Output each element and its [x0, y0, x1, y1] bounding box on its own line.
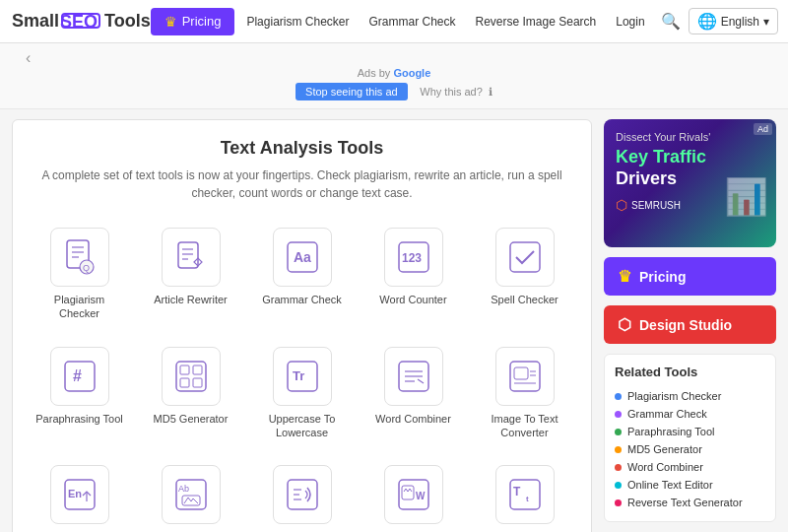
related-item-text-editor[interactable]: Online Text Editor: [615, 476, 765, 494]
crown-icon: ♛: [164, 14, 177, 30]
design-studio-icon: ⬡: [618, 315, 631, 334]
related-item-paraphrasing[interactable]: Paraphrasing Tool: [615, 423, 765, 440]
tool-small-text[interactable]: Tt Small Text Generator: [474, 457, 575, 532]
sidebar: Ad Dissect Your Rivals' Key Traffic Driv…: [604, 119, 776, 532]
related-dot-word-combiner: [615, 464, 622, 471]
related-grammar-label: Grammar Check: [627, 408, 707, 420]
text-to-image-icon: Ab: [162, 465, 221, 524]
language-selector[interactable]: 🌐 English ▾: [689, 8, 778, 34]
logo-seo: SEO: [59, 10, 104, 33]
text-to-speech-icon: [273, 465, 332, 524]
tool-image-to-text[interactable]: Image To Text Converter: [474, 339, 575, 448]
svg-text:Aa: Aa: [294, 249, 311, 265]
related-dot-text-editor: [615, 482, 622, 489]
tool-spell-checker[interactable]: Spell Checker: [474, 220, 575, 329]
svg-text:#: #: [73, 367, 82, 384]
nav-grammar-link[interactable]: Grammar Check: [361, 15, 464, 29]
svg-text:T: T: [513, 485, 521, 499]
translate-icon: En: [50, 465, 109, 524]
spell-checker-label: Spell Checker: [491, 293, 558, 306]
related-plagiarism-label: Plagiarism Checker: [627, 390, 721, 402]
tool-word-counter[interactable]: 123 Word Counter: [362, 220, 464, 329]
related-tools: Related Tools Plagiarism Checker Grammar…: [604, 354, 776, 522]
page-title: Text Analysis Tools: [29, 138, 575, 159]
logo-small: Small: [12, 11, 59, 32]
word-combiner-label: Word Combiner: [375, 412, 451, 426]
svg-rect-16: [510, 242, 540, 272]
ad-sub-text: Drivers: [616, 168, 677, 188]
ads-actions: Stop seeing this ad Why this ad? ℹ: [0, 83, 788, 100]
svg-rect-41: [182, 496, 200, 505]
sidebar-pricing-button[interactable]: ♛ Pricing: [604, 257, 776, 296]
search-icon-button[interactable]: 🔍: [657, 8, 685, 34]
svg-text:En: En: [68, 488, 82, 499]
tool-paraphrasing[interactable]: # Paraphrasing Tool: [29, 339, 130, 448]
tool-article-rewriter[interactable]: Article Rewriter: [140, 220, 241, 329]
small-text-icon: Tt: [495, 465, 555, 524]
svg-rect-23: [193, 378, 202, 387]
why-ad-link[interactable]: Why this ad? ℹ: [417, 86, 492, 98]
page-description: A complete set of text tools is now at y…: [29, 166, 575, 202]
related-paraphrasing-label: Paraphrasing Tool: [627, 426, 714, 437]
related-item-grammar[interactable]: Grammar Check: [615, 405, 765, 423]
language-label: English: [721, 15, 759, 29]
jpg-to-word-icon: W: [384, 465, 443, 524]
logo-tools: Tools: [104, 11, 151, 32]
paraphrasing-label: Paraphrasing Tool: [35, 412, 122, 426]
tool-md5[interactable]: MD5 Generator: [140, 339, 241, 448]
word-combiner-icon: [384, 347, 443, 406]
nav-reverse-link[interactable]: Reverse Image Search: [468, 15, 605, 29]
chevron-down-icon: ▾: [763, 15, 769, 29]
tool-text-to-image[interactable]: Ab Text To Image: [140, 457, 241, 532]
plagiarism-checker-icon: Q: [50, 228, 109, 287]
article-rewriter-icon: [162, 228, 221, 287]
header: SmallSEOTools ♛ Pricing Plagiarism Check…: [0, 0, 788, 43]
image-to-text-label: Image To Text Converter: [478, 412, 571, 440]
main-area: Text Analysis Tools A complete set of te…: [0, 109, 788, 532]
uppercase-lowercase-icon: Tr: [273, 347, 332, 406]
semrush-label: SEMRUSH: [631, 200, 681, 211]
tool-jpg-to-word[interactable]: W JPG To Word: [362, 457, 464, 532]
related-dot-reverse-text: [615, 499, 622, 506]
semrush-icon: ⬡: [616, 197, 627, 213]
nav-links: ♛ Pricing Plagiarism Checker Grammar Che…: [151, 8, 778, 35]
tool-text-to-speech[interactable]: Text To Speech: [251, 457, 353, 532]
related-dot-md5: [615, 446, 622, 453]
ad-banner[interactable]: Ad Dissect Your Rivals' Key Traffic Driv…: [604, 119, 776, 247]
tool-plagiarism-checker[interactable]: Q Plagiarism Checker: [29, 220, 130, 329]
tool-word-combiner[interactable]: Word Combiner: [362, 339, 464, 448]
tool-grammar-check[interactable]: Aa Grammar Check: [251, 220, 353, 329]
related-item-reverse-text[interactable]: Reverse Text Generator: [615, 494, 765, 511]
nav-plagiarism-link[interactable]: Plagiarism Checker: [238, 15, 357, 29]
ad-heading-green: Key Traffic: [616, 147, 706, 166]
nav-login-link[interactable]: Login: [608, 15, 652, 29]
md5-icon: [162, 347, 221, 406]
related-tools-title: Related Tools: [615, 365, 765, 379]
svg-rect-47: [402, 486, 414, 499]
related-item-md5[interactable]: MD5 Generator: [615, 440, 765, 458]
ad-banner-title: Dissect Your Rivals': [616, 131, 764, 143]
sidebar-design-button[interactable]: ⬡ Design Studio: [604, 305, 776, 344]
tool-uppercase-lowercase[interactable]: Tr Uppercase To Lowercase: [251, 339, 353, 448]
article-rewriter-label: Article Rewriter: [154, 293, 228, 306]
related-item-word-combiner[interactable]: Word Combiner: [615, 458, 765, 476]
svg-text:Ab: Ab: [178, 484, 189, 494]
svg-text:W: W: [416, 491, 426, 501]
svg-rect-22: [180, 378, 189, 387]
svg-text:123: 123: [402, 251, 422, 265]
globe-icon: 🌐: [697, 12, 717, 31]
related-dot-grammar: [615, 411, 622, 418]
word-counter-label: Word Counter: [379, 293, 446, 306]
nav-pricing-button[interactable]: ♛ Pricing: [151, 8, 235, 35]
related-reverse-text-label: Reverse Text Generator: [627, 497, 743, 508]
tool-grid: Q Plagiarism Checker Article Rewriter Aa…: [29, 220, 575, 532]
svg-rect-42: [288, 480, 317, 509]
stop-ad-button[interactable]: Stop seeing this ad: [296, 83, 408, 100]
svg-text:Tr: Tr: [293, 368, 304, 383]
md5-label: MD5 Generator: [154, 412, 229, 426]
svg-rect-21: [193, 366, 202, 374]
tool-translate[interactable]: En Translate English To English: [29, 457, 130, 532]
related-item-plagiarism[interactable]: Plagiarism Checker: [615, 387, 765, 405]
back-arrow-icon[interactable]: ‹: [14, 45, 42, 70]
grammar-check-icon: Aa: [273, 228, 332, 287]
